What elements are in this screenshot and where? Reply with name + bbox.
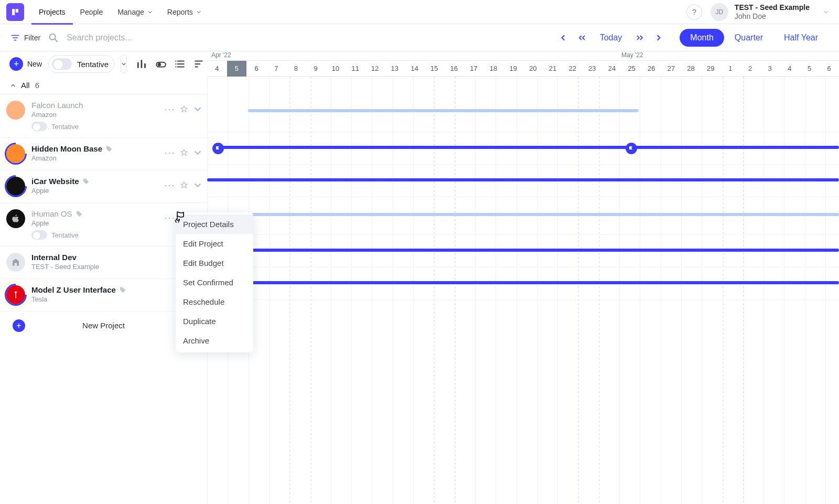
- nav-projects[interactable]: Projects: [31, 0, 73, 24]
- view-quarter[interactable]: Quarter: [724, 29, 773, 47]
- toggle-icon[interactable]: [52, 58, 72, 70]
- subbar: + New Tentative: [0, 51, 207, 77]
- day-cell[interactable]: 12: [365, 61, 385, 77]
- day-cell[interactable]: 22: [563, 61, 583, 77]
- new-button[interactable]: + New: [9, 57, 42, 71]
- app-logo[interactable]: [6, 3, 24, 21]
- timeline-bar[interactable]: [249, 281, 839, 284]
- lane[interactable]: [207, 267, 839, 300]
- day-cell[interactable]: 26: [641, 61, 661, 77]
- day-cell[interactable]: 21: [543, 61, 563, 77]
- nav-manage[interactable]: Manage: [110, 0, 160, 24]
- availability-icon[interactable]: [155, 58, 167, 70]
- project-row[interactable]: Hidden Moon Base Amazon⋮: [0, 138, 207, 170]
- lane[interactable]: [207, 94, 839, 132]
- day-cell[interactable]: 16: [444, 61, 464, 77]
- sort-icon[interactable]: [193, 58, 205, 70]
- day-cell[interactable]: 18: [483, 61, 503, 77]
- ctx-item[interactable]: Edit Budget: [176, 253, 253, 273]
- lane[interactable]: [207, 132, 839, 165]
- day-cell[interactable]: 14: [405, 61, 425, 77]
- ctx-item[interactable]: Archive: [176, 331, 253, 350]
- user-menu[interactable]: JD TEST - Seed Example John Doe: [711, 3, 829, 21]
- day-cell[interactable]: 8: [286, 61, 306, 77]
- filter-button[interactable]: Filter: [10, 33, 40, 42]
- timeline-bar[interactable]: [249, 213, 839, 216]
- toggle-icon[interactable]: [31, 122, 47, 131]
- day-cell[interactable]: 5: [800, 61, 820, 77]
- day-cell[interactable]: 4: [207, 61, 227, 77]
- day-cell[interactable]: 27: [661, 61, 681, 77]
- timeline-bar[interactable]: [248, 109, 639, 112]
- ctx-item[interactable]: Duplicate: [176, 312, 253, 331]
- tentative-filter[interactable]: Tentative: [48, 55, 114, 73]
- tentative-label: Tentative: [51, 231, 79, 239]
- today-button[interactable]: Today: [591, 33, 631, 42]
- ctx-item[interactable]: Set Confirmed: [176, 273, 253, 292]
- help-button[interactable]: ?: [686, 4, 702, 20]
- tentative-dropdown[interactable]: [121, 55, 127, 73]
- day-cell[interactable]: 6: [246, 61, 266, 77]
- more-icon[interactable]: ⋮: [165, 180, 175, 190]
- lane[interactable]: [207, 165, 839, 197]
- view-month[interactable]: Month: [680, 29, 724, 47]
- day-cell[interactable]: 28: [681, 61, 701, 77]
- project-avatar: [6, 285, 25, 304]
- lane[interactable]: [207, 235, 839, 267]
- day-cell[interactable]: 6: [819, 61, 839, 77]
- milestone-icon[interactable]: [212, 143, 224, 154]
- timeline-bar[interactable]: [207, 178, 839, 181]
- milestone-icon[interactable]: [626, 143, 637, 154]
- day-cell[interactable]: 13: [385, 61, 405, 77]
- nav-reports[interactable]: Reports: [160, 0, 209, 24]
- project-tentative[interactable]: Tentative: [31, 122, 159, 131]
- star-icon[interactable]: [180, 148, 188, 157]
- day-cell[interactable]: 11: [346, 61, 365, 77]
- timeline-bar[interactable]: [217, 146, 839, 149]
- next-double-button[interactable]: [630, 28, 649, 47]
- day-cell[interactable]: 4: [780, 61, 800, 77]
- day-cell[interactable]: 20: [523, 61, 543, 77]
- day-cell[interactable]: 15: [424, 61, 444, 77]
- day-cell[interactable]: 3: [760, 61, 780, 77]
- day-cell[interactable]: 29: [701, 61, 720, 77]
- project-row[interactable]: iCar Website Apple⋮: [0, 170, 207, 203]
- list-icon[interactable]: [174, 58, 186, 70]
- star-icon[interactable]: [180, 105, 188, 113]
- expand-icon[interactable]: [193, 148, 202, 157]
- nav-people[interactable]: People: [73, 0, 111, 24]
- day-cell[interactable]: 10: [326, 61, 346, 77]
- day-cell[interactable]: 1: [720, 61, 740, 77]
- day-cell[interactable]: 5: [227, 61, 247, 77]
- search-input[interactable]: [67, 33, 203, 42]
- project-tentative[interactable]: Tentative: [31, 230, 159, 240]
- day-cell[interactable]: 24: [602, 61, 622, 77]
- day-cell[interactable]: 19: [503, 61, 523, 77]
- tentative-label: Tentative: [51, 123, 79, 131]
- day-cell[interactable]: 9: [306, 61, 326, 77]
- prev-single-button[interactable]: [554, 28, 573, 47]
- day-cell[interactable]: 25: [622, 61, 642, 77]
- view-halfyear[interactable]: Half Year: [773, 29, 829, 47]
- bar-chart-icon[interactable]: [136, 58, 148, 70]
- prev-double-button[interactable]: [573, 28, 591, 47]
- day-cell[interactable]: 2: [740, 61, 760, 77]
- day-cell[interactable]: 7: [266, 61, 286, 77]
- star-icon[interactable]: [180, 181, 188, 189]
- ctx-item[interactable]: Edit Project: [176, 234, 253, 253]
- next-single-button[interactable]: [649, 28, 668, 47]
- day-cell[interactable]: 17: [464, 61, 484, 77]
- ctx-item[interactable]: Reschedule: [176, 292, 253, 312]
- toggle-icon[interactable]: [31, 230, 47, 240]
- ctx-item[interactable]: Project Details: [176, 215, 253, 234]
- day-cell[interactable]: 23: [582, 61, 602, 77]
- project-row[interactable]: Falcon LaunchAmazonTentative⋮: [0, 94, 207, 138]
- more-icon[interactable]: ⋮: [165, 148, 175, 157]
- expand-icon[interactable]: [193, 105, 202, 113]
- project-client: Amazon: [31, 111, 159, 119]
- more-icon[interactable]: ⋮: [165, 104, 175, 114]
- group-header[interactable]: All 6: [0, 77, 207, 94]
- lane[interactable]: [207, 197, 839, 235]
- timeline-bar[interactable]: [249, 249, 839, 252]
- expand-icon[interactable]: [193, 181, 202, 189]
